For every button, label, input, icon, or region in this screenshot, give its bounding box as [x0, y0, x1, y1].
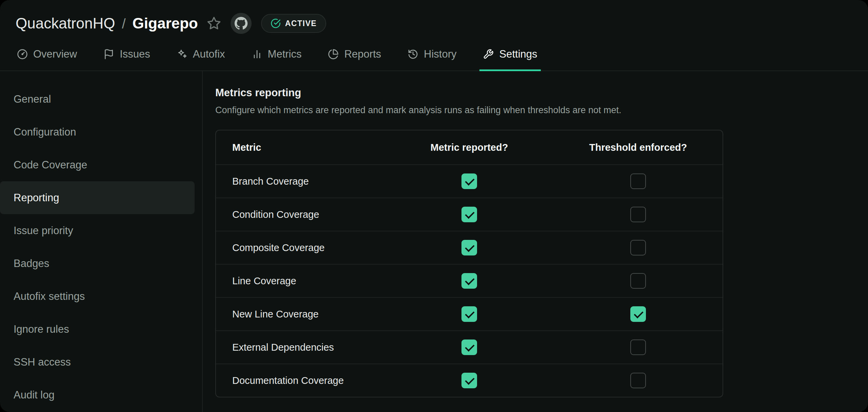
enforced-checkbox[interactable]: [630, 173, 646, 189]
reported-checkbox[interactable]: [461, 339, 477, 355]
tab-label: Issues: [120, 48, 150, 60]
app-window: QuackatronHQ / Gigarepo ACTIVE: [0, 0, 868, 412]
sparkles-icon: [177, 49, 188, 60]
column-header-enforced: Threshold enforced?: [554, 142, 723, 153]
table-row: New Line Coverage: [216, 297, 723, 330]
tab-reports[interactable]: Reports: [324, 43, 384, 70]
tab-autofix[interactable]: Autofix: [173, 43, 229, 70]
page-description: Configure which metrics are reported and…: [215, 105, 868, 116]
status-badge-label: ACTIVE: [285, 19, 317, 28]
star-icon: [207, 16, 221, 30]
tab-settings[interactable]: Settings: [479, 43, 540, 71]
metric-name: Condition Coverage: [216, 209, 385, 220]
metric-name: New Line Coverage: [216, 309, 385, 320]
reported-checkbox[interactable]: [461, 306, 477, 322]
sidebar-item-ssh-access[interactable]: SSH access: [0, 346, 195, 378]
table-row: Branch Coverage: [216, 164, 723, 198]
tab-label: Overview: [33, 48, 77, 60]
flag-icon: [103, 49, 114, 60]
table-row: Line Coverage: [216, 264, 723, 297]
page-title: Metrics reporting: [215, 87, 868, 99]
metric-name: Branch Coverage: [216, 176, 385, 187]
table-row: Documentation Coverage: [216, 364, 723, 397]
content: General Configuration Code Coverage Repo…: [0, 71, 868, 412]
tab-label: Settings: [499, 48, 537, 60]
sidebar-item-badges[interactable]: Badges: [0, 247, 195, 280]
table-body: Branch Coverage Condition Coverage Compo…: [216, 164, 723, 397]
repo-link[interactable]: Gigarepo: [133, 15, 198, 32]
reported-checkbox[interactable]: [461, 173, 477, 189]
sidebar-item-audit-log[interactable]: Audit log: [0, 378, 195, 411]
main-panel: Metrics reporting Configure which metric…: [203, 71, 868, 412]
reported-checkbox[interactable]: [461, 207, 477, 222]
settings-sidebar: General Configuration Code Coverage Repo…: [0, 71, 203, 412]
tab-history[interactable]: History: [404, 43, 460, 70]
table-row: Condition Coverage: [216, 198, 723, 231]
metrics-table: Metric Metric reported? Threshold enforc…: [215, 130, 723, 397]
reported-checkbox[interactable]: [461, 373, 477, 388]
tab-label: Reports: [344, 48, 381, 60]
enforced-checkbox[interactable]: [630, 240, 646, 255]
star-button[interactable]: [207, 16, 221, 30]
tabbar: Overview Issues Autofix Metrics Rep: [0, 43, 868, 71]
tab-overview[interactable]: Overview: [14, 43, 80, 70]
reported-checkbox[interactable]: [461, 240, 477, 255]
column-header-metric: Metric: [216, 142, 385, 153]
enforced-checkbox[interactable]: [630, 373, 646, 388]
tab-metrics[interactable]: Metrics: [248, 43, 305, 70]
check-circle-icon: [271, 18, 281, 28]
sidebar-item-reporting[interactable]: Reporting: [0, 181, 195, 214]
status-badge: ACTIVE: [261, 14, 326, 33]
gauge-icon: [17, 49, 28, 60]
pie-chart-icon: [328, 49, 339, 60]
enforced-checkbox[interactable]: [630, 339, 646, 355]
tab-issues[interactable]: Issues: [100, 43, 154, 70]
sidebar-item-general[interactable]: General: [0, 83, 195, 116]
metric-name: Documentation Coverage: [216, 375, 385, 386]
history-clock-icon: [408, 49, 418, 60]
table-row: External Dependencies: [216, 330, 723, 364]
bar-chart-icon: [252, 49, 262, 60]
wrench-icon: [483, 49, 494, 60]
table-header-row: Metric Metric reported? Threshold enforc…: [216, 130, 723, 164]
enforced-checkbox[interactable]: [630, 207, 646, 222]
sidebar-item-code-coverage[interactable]: Code Coverage: [0, 148, 195, 181]
sidebar-item-configuration[interactable]: Configuration: [0, 116, 195, 148]
github-button[interactable]: [231, 13, 252, 34]
org-link[interactable]: QuackatronHQ: [16, 15, 115, 32]
breadcrumb: QuackatronHQ / Gigarepo: [16, 15, 198, 32]
reported-checkbox[interactable]: [461, 273, 477, 289]
tab-label: History: [424, 48, 456, 60]
column-header-reported: Metric reported?: [385, 142, 554, 153]
table-row: Composite Coverage: [216, 231, 723, 264]
breadcrumb-separator: /: [122, 16, 125, 32]
metric-name: Composite Coverage: [216, 242, 385, 253]
sidebar-item-ignore-rules[interactable]: Ignore rules: [0, 313, 195, 346]
sidebar-item-issue-priority[interactable]: Issue priority: [0, 214, 195, 247]
sidebar-item-autofix-settings[interactable]: Autofix settings: [0, 280, 195, 313]
topbar: QuackatronHQ / Gigarepo ACTIVE: [0, 0, 868, 36]
tab-label: Metrics: [268, 48, 302, 60]
metric-name: Line Coverage: [216, 275, 385, 287]
tab-label: Autofix: [193, 48, 225, 60]
github-icon: [234, 17, 248, 30]
metric-name: External Dependencies: [216, 342, 385, 353]
enforced-checkbox[interactable]: [630, 273, 646, 289]
enforced-checkbox[interactable]: [630, 306, 646, 322]
